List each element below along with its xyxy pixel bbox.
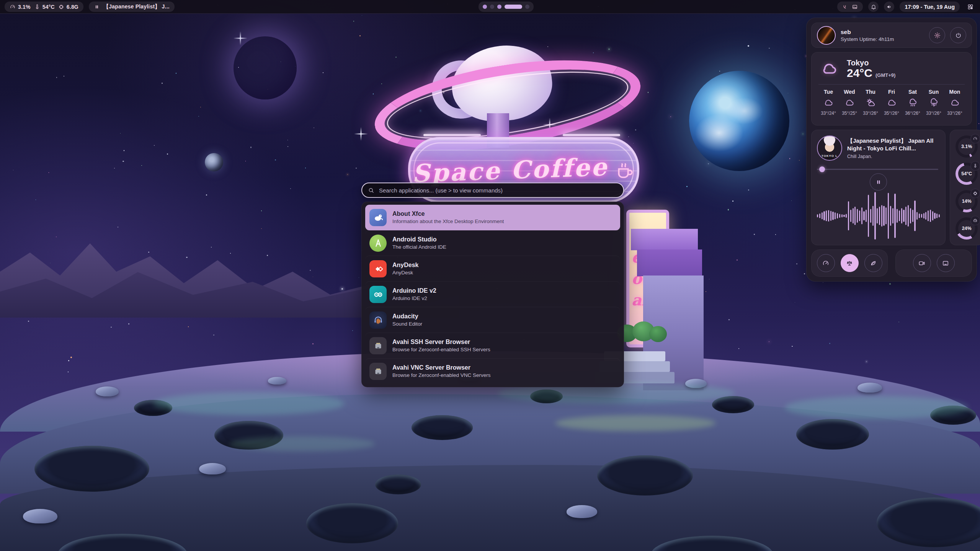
app-description: AnyDesk [392, 270, 418, 276]
rain-icon [908, 98, 918, 108]
username: seb [841, 29, 924, 36]
forecast-day: Fri 35°/26° [882, 89, 902, 116]
audio-visualizer [817, 192, 940, 240]
app-name: Arduino IDE v2 [392, 287, 436, 294]
notifications-button[interactable] [868, 2, 879, 12]
search-icon [368, 187, 374, 194]
search-input[interactable] [378, 187, 617, 194]
weather-card: Tokyo 24°C (GMT+9) Tue 33°/24° Wed 35°/2… [811, 52, 972, 126]
system-stats-pill[interactable]: 3.1% 54°C 6.8G [5, 2, 83, 12]
system-uptime: System Uptime: 4h11m [841, 36, 924, 42]
wallpaper-icon[interactable] [852, 4, 858, 10]
capture-tools [895, 249, 972, 277]
gauge-value: 3.1% [961, 144, 972, 149]
arduino-icon [369, 286, 387, 303]
top-bar-left: 3.1% 54°C 6.8G 【Japanese Playlist】 J... [5, 0, 175, 13]
workspace-dot-occupied[interactable] [483, 5, 487, 9]
app-result-row[interactable]: Avahi SSH Server Browser Browse for Zero… [365, 333, 620, 359]
app-name: AnyDesk [392, 262, 418, 269]
shop-cornice [637, 249, 702, 276]
workspace-dot-empty[interactable] [490, 5, 494, 9]
app-name: Audacity [392, 313, 422, 320]
speaker-icon [886, 4, 892, 10]
anydesk-icon [369, 260, 387, 277]
bush [649, 326, 667, 342]
app-launcher: About Xfce Information about the Xfce De… [361, 183, 624, 387]
gauge-value: 54°C [961, 171, 972, 176]
forecast-day: Sat 36°/26° [903, 89, 923, 116]
gauge-value: 24% [962, 226, 972, 231]
media-pill[interactable]: 【Japanese Playlist】 J... [89, 2, 175, 12]
forecast-temps: 35°/26° [884, 111, 899, 116]
app-name: Avahi VNC Server Browser [392, 364, 491, 371]
slider-track [817, 169, 938, 170]
disk-icon [970, 216, 980, 225]
app-result-row[interactable]: About Xfce Information about the Xfce De… [365, 205, 620, 230]
app-result-row[interactable]: AnyDesk AnyDesk [365, 256, 620, 282]
media-player-card: TOKYO L 【Japanese Playlist】 Japan All Ni… [811, 130, 946, 245]
cloud-icon [823, 98, 834, 108]
gauge-icon [970, 134, 980, 143]
app-result-row[interactable]: Audacity Sound Editor [365, 307, 620, 333]
app-name: Android Studio [392, 236, 446, 243]
album-caption: TOKYO L [818, 154, 841, 158]
gear-icon [934, 32, 941, 39]
workspace-indicator[interactable] [479, 2, 534, 12]
clock[interactable]: 17:09 - Tue, 19 Aug [900, 2, 960, 12]
system-gauge: 54°C [956, 163, 978, 185]
app-result-row[interactable]: Android Studio The official Android IDE [365, 230, 620, 256]
forecast-day: Wed 35°/25° [840, 89, 859, 116]
workspace-dot-occupied[interactable] [497, 5, 501, 9]
workspace-dot-empty[interactable] [525, 5, 529, 9]
app-grid-button[interactable] [965, 2, 975, 12]
app-result-row[interactable]: Arduino IDE v2 Arduino IDE v2 [365, 282, 620, 307]
forecast-day: Thu 33°/26° [861, 89, 880, 116]
balanced-mode-button[interactable] [841, 254, 859, 272]
forecast-temps: 36°/26° [905, 111, 920, 116]
timezone: (GMT+9) [875, 72, 895, 78]
seek-slider[interactable] [817, 166, 940, 170]
gauge-icon [10, 4, 16, 10]
album-art: TOKYO L [817, 135, 842, 161]
power-button[interactable] [950, 27, 966, 43]
screenshot-button[interactable] [937, 254, 955, 272]
settings-button[interactable] [929, 27, 945, 43]
app-description: Arduino IDE v2 [392, 295, 436, 302]
volume-button[interactable] [884, 2, 894, 12]
workspace-dot-active[interactable] [505, 5, 522, 9]
forecast-temps: 33°/26° [947, 111, 962, 116]
forecast-temps: 35°/25° [842, 111, 857, 116]
play-pause-button[interactable] [870, 173, 887, 191]
power-saver-mode-button[interactable] [864, 254, 882, 272]
search-bar[interactable] [361, 183, 624, 198]
slider-knob[interactable] [819, 166, 825, 172]
app-name: About Xfce [392, 210, 504, 217]
memory-stat: 6.8G [58, 4, 78, 10]
system-gauge: 24% [956, 217, 978, 240]
xfce-icon [369, 209, 387, 226]
media-title: 【Japanese Playlist】 J... [103, 3, 170, 10]
control-panel: seb System Uptime: 4h11m Tokyo 24°C (GMT… [806, 18, 977, 282]
forecast-day-label: Sun [929, 89, 939, 95]
app-description: Browse for Zeroconf-enabled VNC Servers [392, 372, 491, 378]
forecast-day-label: Wed [844, 89, 855, 95]
star-flare [354, 127, 368, 141]
forecast-day-label: Sat [908, 89, 917, 95]
purple-planet [234, 36, 297, 99]
cloud-icon [950, 98, 960, 108]
chip-icon [58, 4, 64, 10]
systray-app-icon[interactable] [842, 4, 848, 10]
avatar [817, 26, 836, 45]
performance-mode-button[interactable] [817, 254, 835, 272]
track-artist: Chill Japan. [847, 154, 940, 159]
pause-icon [94, 4, 100, 10]
app-description: Information about the Xfce Desktop Envir… [392, 218, 504, 225]
app-result-row[interactable]: Avahi VNC Server Browser Browse for Zero… [365, 359, 620, 384]
system-gauge: 3.1% [956, 135, 978, 158]
partly-sunny-icon [866, 98, 876, 108]
grid-icon [967, 3, 974, 10]
screen-record-button[interactable] [913, 254, 931, 272]
bell-icon [871, 4, 877, 10]
systray-pill[interactable] [837, 2, 863, 12]
pause-icon [875, 179, 882, 186]
